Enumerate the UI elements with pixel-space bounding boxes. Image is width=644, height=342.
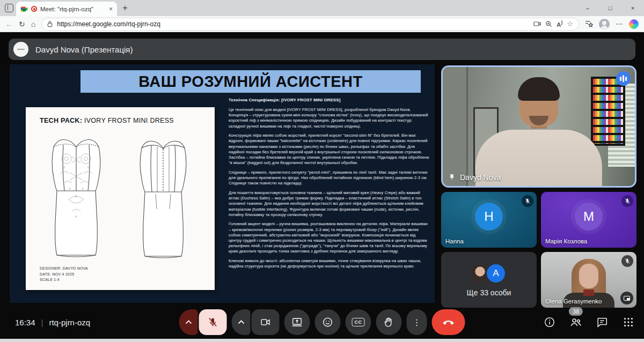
chat-button[interactable]	[595, 315, 609, 329]
spec-paragraph: Для пошиття використовується основна тка…	[229, 190, 429, 218]
avatar: H	[475, 203, 503, 231]
participant-tile-hanna[interactable]: H Hanna	[441, 192, 537, 248]
mic-muted-icon	[522, 195, 533, 207]
spec-paragraph: Спідниця – прямого, прилеглого силуету "…	[229, 170, 429, 187]
address-bar[interactable]: https://meet.google.com/rtq-pjrn-ozq A) …	[41, 18, 579, 31]
mic-control-group	[179, 309, 227, 335]
refresh-icon[interactable]: ↻	[19, 20, 25, 28]
dress-back-drawing	[140, 141, 186, 258]
window-controls: – □ ×	[576, 0, 644, 16]
window-bottom-edge	[0, 339, 644, 342]
tab-close-icon[interactable]: ×	[109, 5, 113, 13]
collections-icon[interactable]	[585, 20, 593, 28]
activities-button[interactable]	[621, 315, 635, 329]
meet-app: Davyd Nova (Презентація) ВАШ РОЗУМНИЙ АС…	[0, 32, 644, 339]
browser-toolbar: ← ↻ ⌂ https://meet.google.com/rtq-pjrn-o…	[0, 16, 644, 32]
mic-options-chevron[interactable]	[179, 309, 198, 335]
url-text[interactable]: https://meet.google.com/rtq-pjrn-ozq	[57, 20, 160, 28]
window-close-button[interactable]: ×	[621, 0, 644, 16]
camera-toggle-button[interactable]	[252, 309, 280, 335]
meeting-info: 16:34 | rtq-pjrn-ozq	[15, 307, 90, 337]
spec-paragraph: Головний акцент моделі – ручна вишивка, …	[229, 221, 429, 254]
tech-pack-card: TECH PACK: IVORY FROST MINI DRESS	[26, 107, 215, 290]
avatar: M	[575, 203, 603, 231]
picture-in-picture-icon[interactable]	[620, 292, 633, 304]
presenter-name: Davyd Nova (Презентація)	[35, 45, 133, 54]
presentation-slide: ВАШ РОЗУМНИЙ АСИСТЕНТ TECH PACK: IVORY F…	[10, 64, 435, 303]
participant-video	[518, 77, 560, 101]
end-call-button[interactable]	[432, 309, 465, 335]
avatar: A	[486, 263, 506, 284]
background-door	[443, 67, 468, 186]
camera-options-chevron[interactable]	[232, 309, 251, 335]
tech-pack-title: TECH PACK: IVORY FROST MINI DRESS	[40, 117, 174, 124]
read-aloud-icon[interactable]: A)	[557, 20, 562, 28]
raise-hand-button[interactable]	[376, 309, 402, 335]
participant-name-label: Hanna	[445, 238, 464, 244]
spec-paragraph: Конструкція ліфа являє собою жорсткий, п…	[229, 133, 429, 166]
tab-actions-icon[interactable]	[5, 4, 13, 12]
tab-title: Meet: "rtq-pjrn-ozq"	[40, 6, 106, 12]
panel-controls: 38	[543, 307, 635, 337]
camera-control-group	[232, 309, 280, 335]
pin-icon[interactable]	[448, 174, 456, 181]
avatar-stack: A	[471, 263, 507, 284]
more-participants-tile[interactable]: A Ще 33 особи	[441, 252, 537, 308]
present-screen-button[interactable]	[284, 309, 310, 335]
spec-heading: Технічна Специфікація: [IVORY FROST MINI…	[229, 98, 429, 102]
reactions-button[interactable]	[315, 309, 341, 335]
mic-muted-icon	[621, 195, 633, 207]
participant-video	[579, 264, 598, 288]
meeting-code: rtq-pjrn-ozq	[49, 318, 90, 327]
participant-tile-davyd[interactable]: Davyd Nova	[441, 65, 636, 188]
participant-name-label: Davyd Nova	[448, 173, 501, 182]
window-maximize-button[interactable]: □	[599, 0, 621, 16]
participant-video	[583, 289, 594, 296]
dress-drawings	[39, 131, 202, 263]
more-participants-label: Ще 33 особи	[467, 288, 511, 297]
media-controls-icon[interactable]	[533, 21, 541, 27]
site-info-lock-icon[interactable]	[47, 21, 53, 27]
participant-tile-olena[interactable]: Olena Gerasymenko	[541, 252, 636, 308]
browser-tab-strip: Meet: "rtq-pjrn-ozq" × + – □ ×	[0, 0, 644, 16]
participant-tile-maria[interactable]: M Марія Козлова	[541, 192, 636, 248]
clock-time: 16:34	[15, 318, 35, 327]
spec-paragraph: Ключові вимоги до якості: абсолютна симе…	[229, 258, 429, 269]
slide-title-banner: ВАШ РОЗУМНИЙ АСИСТЕНТ	[80, 70, 421, 93]
zoom-icon[interactable]	[545, 20, 552, 27]
presenter-avatar	[13, 42, 28, 57]
spec-text-block: Технічна Специфікація: [IVORY FROST MINI…	[229, 98, 429, 273]
tech-pack-footer: DESIGNER: DAVYD NOVA DATE: NOV 4 2025 SC…	[40, 266, 88, 283]
presentation-banner: Davyd Nova (Презентація)	[9, 39, 635, 60]
new-tab-button[interactable]: +	[122, 2, 128, 14]
participant-name-label: Olena Gerasymenko	[545, 298, 602, 304]
window-minimize-button[interactable]: –	[576, 0, 599, 16]
slide-title: ВАШ РОЗУМНИЙ АСИСТЕНТ	[138, 73, 363, 91]
browser-window: Meet: "rtq-pjrn-ozq" × + – □ × ← ↻ ⌂ htt…	[0, 0, 644, 342]
speaking-indicator-icon	[616, 71, 631, 86]
profile-avatar[interactable]	[599, 19, 610, 29]
participants-button[interactable]: 38	[569, 315, 583, 329]
spec-paragraph: Це технічний опис для моделі [IVORY FROS…	[229, 107, 429, 129]
home-icon[interactable]: ⌂	[31, 20, 35, 28]
back-icon[interactable]: ←	[5, 20, 13, 28]
meet-favicon	[20, 5, 28, 13]
meeting-details-button[interactable]	[543, 315, 557, 329]
participant-name-label: Марія Козлова	[545, 238, 587, 244]
recording-indicator-icon	[31, 6, 37, 12]
call-controls: CC ⋮	[179, 307, 465, 337]
more-options-button[interactable]: ⋮	[407, 309, 427, 335]
background-thread-rack	[591, 77, 625, 146]
participant-count-badge: 38	[569, 307, 583, 316]
browser-menu-icon[interactable]: ⋯	[616, 20, 623, 28]
mic-toggle-button[interactable]	[199, 309, 227, 335]
add-favorite-icon[interactable]: ☆	[567, 20, 573, 28]
captions-button[interactable]: CC	[346, 309, 371, 335]
mic-muted-icon	[621, 255, 633, 267]
copilot-icon[interactable]	[629, 19, 639, 29]
browser-tab[interactable]: Meet: "rtq-pjrn-ozq" ×	[16, 2, 117, 16]
